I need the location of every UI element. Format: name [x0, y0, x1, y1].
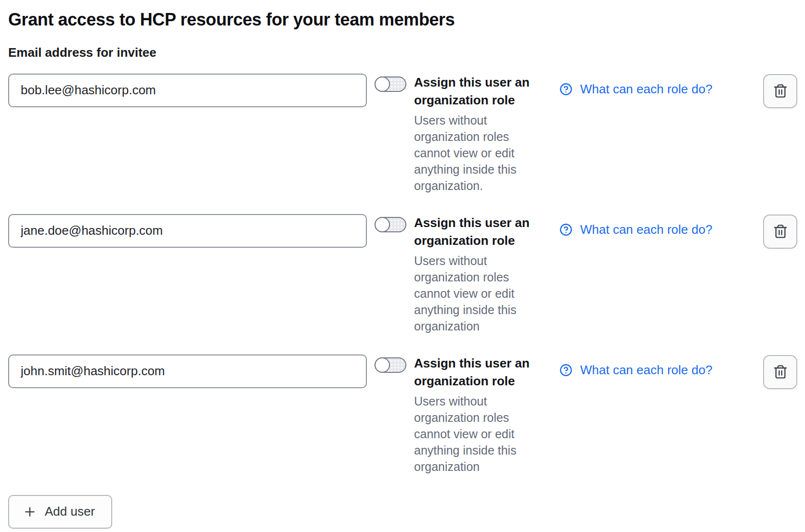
- add-user-button-label: Add user: [45, 504, 95, 519]
- help-link-column: What can each role do?: [547, 214, 755, 238]
- page-title: Grant access to HCP resources for your t…: [8, 10, 797, 29]
- org-role-text-block: Assign this user an organization role Us…: [414, 74, 539, 194]
- org-role-text-block: Assign this user an organization role Us…: [414, 214, 539, 334]
- role-help-link-label: What can each role do?: [580, 82, 713, 97]
- org-role-text-block: Assign this user an organization role Us…: [414, 355, 539, 475]
- toggle-knob: [375, 76, 390, 92]
- delete-row-button[interactable]: [763, 355, 797, 389]
- org-role-toggle-label: Assign this user an organization role: [414, 214, 539, 250]
- role-help-link-label: What can each role do?: [580, 363, 713, 378]
- org-role-helper-text: Users without organization roles cannot …: [414, 253, 539, 334]
- question-circle-icon: [559, 364, 572, 377]
- role-help-link-label: What can each role do?: [580, 222, 713, 237]
- toggle-knob: [375, 217, 390, 232]
- invite-row: Assign this user an organization role Us…: [8, 214, 797, 334]
- email-input[interactable]: [8, 355, 367, 388]
- invite-row: Assign this user an organization role Us…: [8, 74, 797, 194]
- org-role-toggle-label: Assign this user an organization role: [414, 355, 539, 390]
- invite-users-form: Grant access to HCP resources for your t…: [0, 0, 805, 529]
- invite-row: Assign this user an organization role Us…: [8, 355, 797, 475]
- org-role-helper-text: Users without organization roles cannot …: [414, 112, 539, 194]
- delete-row-button[interactable]: [763, 74, 797, 108]
- org-role-toggle-label: Assign this user an organization role: [414, 74, 539, 109]
- role-help-link[interactable]: What can each role do?: [559, 363, 713, 378]
- toggle-knob: [375, 357, 390, 373]
- email-input[interactable]: [8, 214, 367, 248]
- role-help-link[interactable]: What can each role do?: [559, 82, 713, 97]
- org-role-toggle[interactable]: [375, 76, 406, 92]
- help-link-column: What can each role do?: [547, 74, 755, 98]
- org-role-toggle[interactable]: [375, 217, 406, 232]
- help-link-column: What can each role do?: [547, 355, 755, 379]
- trash-icon: [773, 83, 788, 99]
- question-circle-icon: [559, 83, 572, 96]
- org-role-toggle[interactable]: [375, 357, 406, 373]
- delete-row-button[interactable]: [763, 215, 797, 249]
- email-input[interactable]: [8, 74, 367, 107]
- role-help-link[interactable]: What can each role do?: [559, 222, 713, 237]
- question-circle-icon: [559, 223, 572, 236]
- add-user-button[interactable]: Add user: [8, 495, 112, 529]
- trash-icon: [773, 364, 788, 380]
- org-role-helper-text: Users without organization roles cannot …: [414, 393, 539, 475]
- plus-icon: [23, 505, 37, 519]
- trash-icon: [773, 224, 788, 239]
- email-field-label: Email address for invitee: [8, 45, 797, 60]
